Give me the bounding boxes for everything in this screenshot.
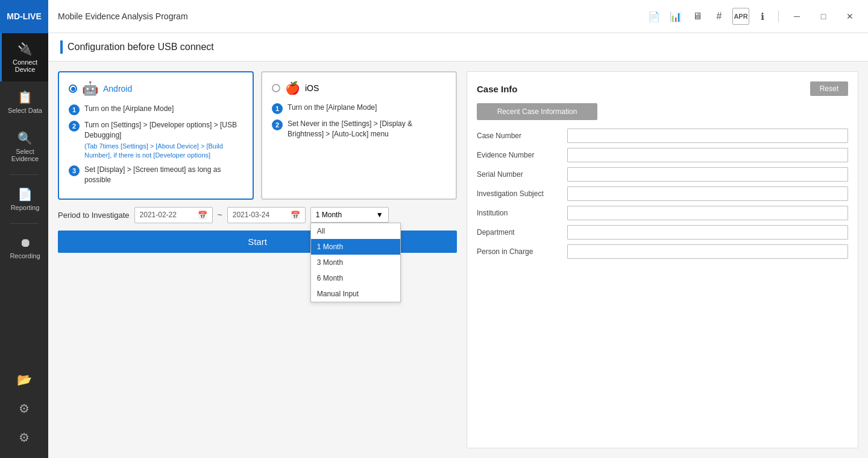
evidence-number-row: Evidence Number [477, 148, 848, 162]
sidebar-divider-2 [10, 223, 39, 224]
period-row: Period to Investigate 2021-02-22 📅 ~ 202… [58, 207, 457, 223]
content-body: 🤖 Android 1 Turn on the [Airplane Mode] [48, 62, 868, 458]
ios-steps: 1 Turn on the [Airplane Mode] 2 Set Neve… [272, 103, 446, 139]
sidebar-bottom-icon-1[interactable]: 📂 [0, 365, 48, 394]
end-date-input[interactable]: 2021-03-24 📅 [227, 207, 306, 223]
case-info-header: Case Info Reset [477, 81, 848, 96]
sidebar: 🔌 ConnectDevice 📋 Select Data 🔍 SelectEv… [0, 33, 48, 458]
ios-name: iOS [305, 83, 319, 93]
sidebar-item-recording-label: Recording [4, 252, 46, 259]
evidence-number-label: Evidence Number [477, 151, 567, 159]
person-in-charge-input[interactable] [567, 244, 848, 259]
sidebar-item-select-evidence[interactable]: 🔍 SelectEvidence [0, 122, 48, 171]
android-header: 🤖 Android [69, 81, 243, 97]
api-icon[interactable]: APR [732, 8, 749, 25]
android-step-3: 3 Set [Display] > [Screen timeout] as lo… [69, 165, 243, 185]
android-icon: 🤖 [82, 81, 98, 97]
sidebar-item-select-evidence-label: SelectEvidence [4, 148, 46, 162]
close-button[interactable]: ✕ [839, 8, 861, 25]
android-name: Android [103, 84, 132, 94]
end-date-calendar-icon[interactable]: 📅 [291, 211, 300, 220]
sidebar-item-select-data[interactable]: 📋 Select Data [0, 81, 48, 122]
document-icon[interactable]: 📄 [646, 8, 662, 25]
connect-device-icon: 🔌 [4, 42, 46, 56]
sidebar-bottom-icon-3[interactable]: ⚙ [0, 423, 48, 452]
sidebar-item-connect-device-label: ConnectDevice [4, 59, 46, 73]
period-dropdown-list: All 1 Month 3 Month 6 Month Manual Input [310, 223, 401, 302]
period-option-manual[interactable]: Manual Input [311, 286, 400, 302]
period-option-3month[interactable]: 3 Month [311, 255, 400, 270]
select-evidence-icon: 🔍 [4, 131, 46, 145]
case-number-input[interactable] [567, 129, 848, 143]
page-header: Configuration before USB connect [48, 33, 868, 62]
recording-icon: ⏺ [4, 236, 46, 250]
institution-input[interactable] [567, 206, 848, 220]
android-step-2: 2 Turn on [Settings] > [Developer option… [69, 120, 243, 160]
monitor-icon[interactable]: 🖥 [689, 8, 706, 25]
maximize-button[interactable]: □ [813, 8, 834, 25]
end-date-value: 2021-03-24 [233, 211, 269, 219]
period-option-all[interactable]: All [311, 223, 400, 239]
hash-icon[interactable]: # [711, 8, 728, 25]
sidebar-item-reporting[interactable]: 📄 Reporting [0, 179, 48, 220]
person-in-charge-row: Person in Charge [477, 244, 848, 259]
android-steps: 1 Turn on the [Airplane Mode] 2 Turn on … [69, 104, 243, 185]
case-number-row: Case Number [477, 129, 848, 143]
evidence-number-input[interactable] [567, 148, 848, 162]
android-step-1-text: Turn on the [Airplane Mode] [84, 104, 174, 113]
title-bar-right: 📄 📊 🖥 # APR ℹ ─ □ ✕ [646, 8, 861, 25]
left-panel: 🤖 Android 1 Turn on the [Airplane Mode] [58, 71, 457, 448]
os-selection: 🤖 Android 1 Turn on the [Airplane Mode] [58, 71, 457, 200]
minimize-button[interactable]: ─ [786, 8, 808, 25]
ios-radio[interactable] [272, 84, 280, 92]
period-option-6month[interactable]: 6 Month [311, 270, 400, 286]
content-area: Configuration before USB connect 🤖 Andro… [48, 33, 868, 458]
sidebar-bottom-icon-2[interactable]: ⚙ [0, 394, 48, 423]
person-in-charge-label: Person in Charge [477, 247, 567, 256]
dropdown-chevron-icon: ▼ [376, 211, 383, 219]
header-bar-accent [60, 40, 63, 54]
period-dropdown-selected: 1 Month [316, 211, 342, 219]
department-input[interactable] [567, 225, 848, 240]
sidebar-item-reporting-label: Reporting [4, 204, 46, 211]
institution-label: Institution [477, 209, 567, 217]
ios-box[interactable]: 🍎 iOS 1 Turn on the [Airplane Mode] [261, 71, 457, 200]
page-title: Configuration before USB connect [68, 42, 214, 52]
case-number-label: Case Number [477, 132, 567, 140]
ios-header: 🍎 iOS [272, 81, 446, 95]
serial-number-input[interactable] [567, 167, 848, 182]
select-data-icon: 📋 [4, 90, 46, 104]
sidebar-item-connect-device[interactable]: 🔌 ConnectDevice [0, 33, 48, 81]
sidebar-divider-1 [10, 174, 39, 175]
android-radio[interactable] [69, 84, 77, 93]
recent-case-button[interactable]: Recent Case Information [477, 103, 597, 120]
start-date-value: 2021-02-22 [140, 211, 177, 219]
reporting-icon: 📄 [4, 187, 46, 202]
android-step-2-text: Turn on [Settings] > [Developer options]… [84, 121, 237, 139]
reset-button[interactable]: Reset [810, 81, 848, 96]
ios-step-1: 1 Turn on the [Airplane Mode] [272, 103, 446, 114]
period-option-1month[interactable]: 1 Month [311, 239, 400, 255]
start-date-calendar-icon[interactable]: 📅 [198, 211, 207, 220]
android-step-1: 1 Turn on the [Airplane Mode] [69, 104, 243, 115]
title-bar-left: MD-LIVE Mobile Evidence Analysis Program [0, 0, 188, 33]
android-step-2-sub: (Tab 7times [Settings] > [About Device] … [84, 142, 243, 161]
android-box[interactable]: 🤖 Android 1 Turn on the [Airplane Mode] [58, 71, 254, 200]
investigation-subject-input[interactable] [567, 186, 848, 201]
period-label: Period to Investigate [58, 211, 130, 220]
sidebar-item-select-data-label: Select Data [4, 107, 46, 114]
period-dropdown-button[interactable]: 1 Month ▼ [310, 207, 389, 223]
date-range-separator: ~ [218, 210, 222, 220]
app-title: Mobile Evidence Analysis Program [58, 11, 188, 21]
investigation-subject-label: Investigation Subject [477, 189, 567, 198]
investigation-subject-row: Investigation Subject [477, 186, 848, 201]
sidebar-item-recording[interactable]: ⏺ Recording [0, 227, 48, 268]
sidebar-bottom: 📂 ⚙ ⚙ [0, 365, 48, 458]
info-icon[interactable]: ℹ [754, 8, 771, 25]
start-date-input[interactable]: 2021-02-22 📅 [134, 207, 213, 223]
chart-icon[interactable]: 📊 [667, 8, 684, 25]
ios-icon: 🍎 [285, 81, 300, 95]
android-step-3-text: Set [Display] > [Screen timeout] as long… [84, 165, 221, 184]
period-dropdown-wrapper: 1 Month ▼ All 1 Month 3 Month 6 Month Ma… [310, 207, 389, 223]
ios-step-2: 2 Set Never in the [Settings] > [Display… [272, 119, 446, 139]
